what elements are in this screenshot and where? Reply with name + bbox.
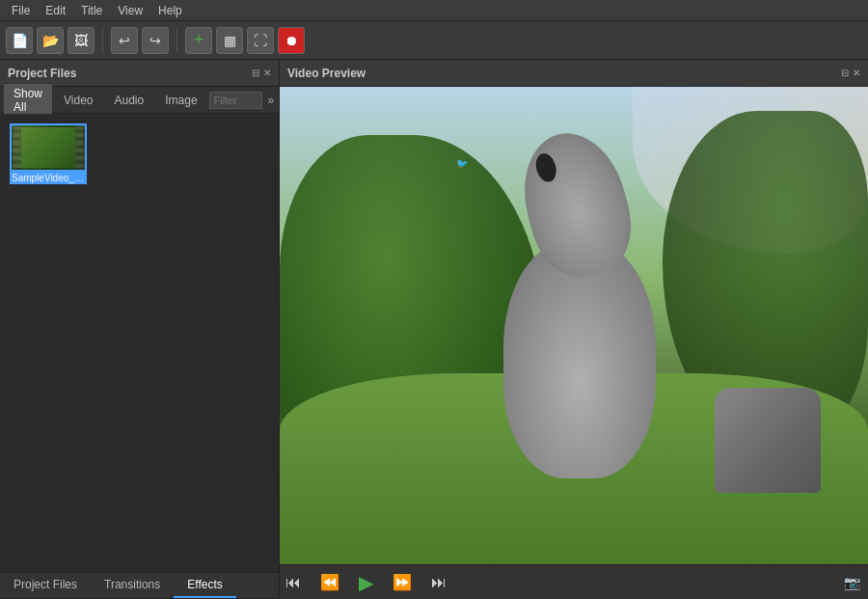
- more-tabs-button[interactable]: »: [264, 94, 279, 107]
- tab-audio[interactable]: Audio: [105, 91, 154, 110]
- pf-minimize-icon[interactable]: ⊟: [252, 68, 259, 78]
- project-files-content: SampleVideo_1280...: [0, 114, 279, 572]
- vp-minimize-icon[interactable]: ⊟: [841, 68, 849, 78]
- left-panel: Project Files ⊟ ✕ Show All Video Audio I…: [0, 60, 280, 599]
- scene-stone: [715, 388, 821, 493]
- video-scene: 🐦: [280, 87, 868, 564]
- play-button[interactable]: ▶: [353, 569, 379, 596]
- timeline-button[interactable]: ▦: [216, 27, 243, 54]
- vp-header-icons: ⊟ ✕: [841, 68, 860, 78]
- project-files-tabs: Show All Video Audio Image »: [0, 87, 279, 114]
- video-preview-title: Video Preview: [287, 67, 366, 80]
- vp-close-icon[interactable]: ✕: [853, 68, 860, 78]
- skip-to-end-button[interactable]: ⏭: [425, 572, 452, 593]
- toolbar: 📄 📂 🖼 ↩ ↪ + ▦ ⛶ ⏺: [0, 21, 868, 60]
- menu-view[interactable]: View: [110, 2, 150, 19]
- tab-effects[interactable]: Effects: [174, 573, 235, 598]
- scene-bird: 🐦: [456, 158, 468, 169]
- snapshot-button[interactable]: 📷: [844, 575, 860, 590]
- new-button[interactable]: 📄: [6, 27, 33, 54]
- toolbar-separator-2: [176, 29, 177, 52]
- fast-forward-button[interactable]: ⏩: [387, 571, 418, 593]
- redo-button[interactable]: ↪: [142, 27, 169, 54]
- media-label: SampleVideo_1280...: [10, 172, 87, 184]
- video-controls: ⏮ ⏪ ▶ ⏩ ⏭ 📷: [280, 564, 868, 599]
- menu-help[interactable]: Help: [150, 2, 190, 19]
- scene-bear-body: [503, 239, 657, 478]
- video-area: 🐦: [280, 87, 868, 564]
- menu-file[interactable]: File: [4, 2, 38, 19]
- scene-bear-eye: [532, 151, 559, 184]
- tab-video[interactable]: Video: [54, 91, 102, 110]
- undo-button[interactable]: ↩: [111, 27, 138, 54]
- project-files-header: Project Files ⊟ ✕: [0, 60, 279, 87]
- skip-to-start-button[interactable]: ⏮: [280, 572, 307, 593]
- toolbar-separator: [102, 29, 103, 52]
- media-thumbnail: [10, 123, 87, 172]
- tab-project-files[interactable]: Project Files: [0, 573, 91, 598]
- open-button[interactable]: 📂: [37, 27, 64, 54]
- tab-image[interactable]: Image: [155, 91, 206, 110]
- record-button[interactable]: ⏺: [278, 27, 305, 54]
- menu-title[interactable]: Title: [73, 2, 110, 19]
- pf-close-icon[interactable]: ✕: [263, 68, 271, 78]
- right-panel: Video Preview ⊟ ✕: [280, 60, 868, 599]
- fullscreen-button[interactable]: ⛶: [247, 27, 274, 54]
- menu-edit[interactable]: Edit: [38, 2, 73, 19]
- main-area: Project Files ⊟ ✕ Show All Video Audio I…: [0, 60, 868, 599]
- filter-input[interactable]: [209, 92, 262, 109]
- scene-bear-head: [509, 122, 642, 286]
- add-button[interactable]: +: [185, 27, 212, 54]
- project-files-header-icons: ⊟ ✕: [252, 68, 271, 78]
- bottom-tabs: Project Files Transitions Effects: [0, 572, 279, 599]
- project-files-title: Project Files: [8, 67, 76, 80]
- tab-show-all[interactable]: Show All: [4, 84, 52, 117]
- tab-transitions[interactable]: Transitions: [91, 573, 174, 598]
- media-item[interactable]: SampleVideo_1280...: [10, 123, 87, 184]
- rewind-button[interactable]: ⏪: [314, 571, 345, 593]
- menu-bar: File Edit Title View Help: [0, 0, 868, 21]
- video-preview-header: Video Preview ⊟ ✕: [280, 60, 868, 87]
- save-button[interactable]: 🖼: [68, 27, 95, 54]
